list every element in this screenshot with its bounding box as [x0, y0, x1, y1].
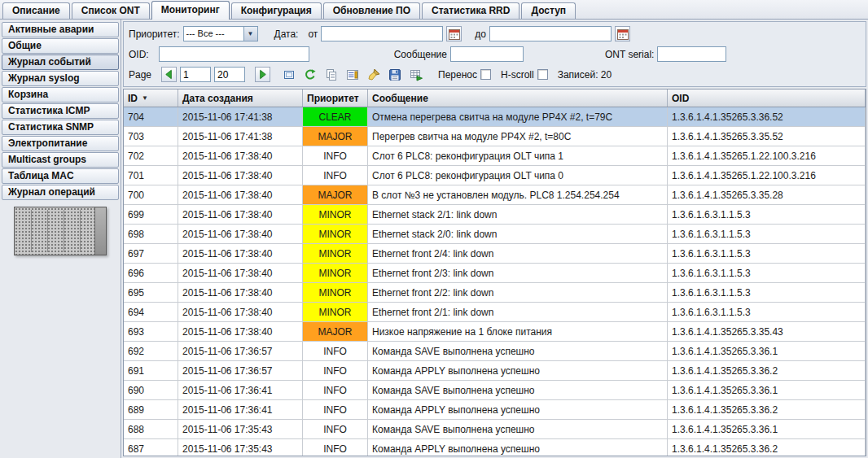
- column-header-oid[interactable]: OID: [668, 89, 866, 107]
- cell-message: Отмена перегрева свитча на модуле PP4X #…: [368, 107, 668, 126]
- cell-id: 694: [124, 303, 178, 321]
- sidebar-item[interactable]: Статистика SNMP: [2, 120, 119, 135]
- next-page-button[interactable]: [255, 67, 270, 82]
- cell-message: Ethernet front 2/2: link down: [368, 283, 668, 302]
- priority-label: Приоритет:: [129, 28, 180, 40]
- column-header-date[interactable]: Дата создания: [178, 89, 303, 107]
- cell-oid: 1.3.6.1.6.3.1.1.5.3: [668, 283, 866, 302]
- tab-label: Конфигурация: [241, 5, 312, 16]
- table-row[interactable]: 693 2015-11-06 17:38:40 MAJOR Низкое нап…: [124, 322, 866, 342]
- column-header-message[interactable]: Сообщение: [368, 89, 668, 107]
- table-row[interactable]: 690 2015-11-06 17:36:41 INFO Команда SAV…: [124, 381, 866, 400]
- date-from-input[interactable]: [321, 26, 443, 41]
- cell-oid: 1.3.6.1.4.1.35265.3.36.1: [668, 342, 866, 360]
- cell-id: 700: [124, 185, 178, 204]
- save-button[interactable]: [386, 67, 404, 83]
- table-row[interactable]: 702 2015-11-06 17:38:40 INFO Слот 6 PLC8…: [124, 146, 866, 166]
- prev-page-button[interactable]: [161, 67, 177, 82]
- events-table: ID ▼ Дата создания Приоритет Сообщение O…: [123, 89, 866, 456]
- cell-oid: 1.3.6.1.4.1.35265.3.35.28: [668, 185, 866, 204]
- arrow-right-icon: [256, 68, 269, 81]
- tab[interactable]: Описание: [2, 2, 70, 19]
- cell-oid: 1.3.6.1.4.1.35265.3.36.2: [668, 400, 866, 419]
- reload-table-button[interactable]: [407, 67, 425, 83]
- cell-oid: 1.3.6.1.6.3.1.1.5.3: [668, 264, 866, 282]
- brush-icon: [367, 68, 380, 81]
- sidebar-item[interactable]: Журнал событий: [2, 55, 119, 70]
- cell-priority: MINOR: [303, 225, 368, 243]
- table-row[interactable]: 695 2015-11-06 17:38:40 MINOR Ethernet f…: [124, 283, 866, 303]
- sidebar-item[interactable]: Журнал операций: [2, 185, 119, 200]
- cell-id: 688: [124, 420, 178, 438]
- refresh-button[interactable]: [301, 67, 319, 83]
- sidebar: Активные аварииОбщиеЖурнал событийЖурнал…: [0, 20, 121, 458]
- tab-label: Доступ: [531, 5, 566, 16]
- date-to-input[interactable]: [489, 26, 612, 41]
- cell-date: 2015-11-06 17:38:40: [178, 166, 303, 185]
- cell-priority: MAJOR: [303, 185, 368, 204]
- sidebar-item[interactable]: Журнал syslog: [2, 71, 119, 86]
- cell-oid: 1.3.6.1.4.1.35265.3.36.2: [668, 439, 866, 456]
- table-row[interactable]: 692 2015-11-06 17:36:57 INFO Команда SAV…: [124, 342, 866, 361]
- cell-message: Команда SAVE выполнена успешно: [368, 420, 668, 438]
- expand-view-button[interactable]: [280, 67, 298, 83]
- table-row[interactable]: 698 2015-11-06 17:38:40 MINOR Ethernet s…: [124, 225, 866, 244]
- table-row[interactable]: 704 2015-11-06 17:41:38 CLEAR Отмена пер…: [124, 107, 866, 127]
- tab[interactable]: Доступ: [521, 2, 576, 19]
- cell-date: 2015-11-06 17:38:40: [178, 185, 303, 204]
- copy-icon: [325, 68, 338, 81]
- tab[interactable]: Статистика RRD: [422, 2, 519, 19]
- cell-id: 693: [124, 322, 178, 341]
- cell-message: Команда APPLY выполнена успешно: [368, 400, 668, 419]
- message-input[interactable]: [450, 46, 524, 62]
- sidebar-item[interactable]: Электропитание: [2, 136, 119, 151]
- table-row[interactable]: 703 2015-11-06 17:41:38 MAJOR Перегрев с…: [124, 127, 866, 146]
- cell-date: 2015-11-06 17:35:43: [178, 439, 303, 456]
- oid-input[interactable]: [159, 46, 309, 62]
- sidebar-item[interactable]: Общие: [2, 38, 119, 54]
- sidebar-item[interactable]: Multicast groups: [2, 152, 119, 168]
- cell-oid: 1.3.6.1.6.3.1.1.5.3: [668, 303, 866, 321]
- wrap-checkbox[interactable]: [480, 69, 491, 80]
- table-row[interactable]: 694 2015-11-06 17:38:40 MINOR Ethernet f…: [124, 303, 866, 322]
- cell-priority: INFO: [303, 420, 368, 438]
- table-row[interactable]: 696 2015-11-06 17:38:40 MINOR Ethernet f…: [124, 264, 866, 283]
- table-row[interactable]: 700 2015-11-06 17:38:40 MAJOR В слот №3 …: [124, 185, 866, 205]
- cell-priority: MAJOR: [303, 322, 368, 341]
- sidebar-item[interactable]: Таблица MAC: [2, 168, 119, 184]
- hscroll-checkbox[interactable]: [537, 69, 548, 80]
- sidebar-item[interactable]: Активные аварии: [2, 22, 119, 37]
- log-settings-button[interactable]: [344, 67, 362, 83]
- cell-message: Команда SAVE выполнена успешно: [368, 381, 668, 399]
- sidebar-item[interactable]: Корзина: [2, 87, 119, 103]
- column-header-id[interactable]: ID ▼: [124, 89, 178, 107]
- list-icon: [346, 68, 359, 81]
- tab[interactable]: Конфигурация: [231, 2, 322, 19]
- date-to-calendar-button[interactable]: [615, 26, 630, 41]
- table-row[interactable]: 688 2015-11-06 17:35:43 INFO Команда SAV…: [124, 420, 866, 439]
- date-from-calendar-button[interactable]: [446, 26, 462, 41]
- sidebar-item[interactable]: Статистика ICMP: [2, 103, 119, 119]
- table-row[interactable]: 689 2015-11-06 17:36:41 INFO Команда APP…: [124, 400, 866, 420]
- clear-log-button[interactable]: [365, 67, 383, 83]
- tab[interactable]: Список ONT: [72, 2, 150, 19]
- priority-select[interactable]: --- Все --- ▼: [183, 26, 258, 41]
- table-row[interactable]: 687 2015-11-06 17:35:43 INFO Команда APP…: [124, 439, 866, 456]
- page-number-input[interactable]: [180, 67, 211, 82]
- page-size-input[interactable]: [214, 67, 245, 82]
- filter-panel: Приоритет: --- Все --- ▼ Дата: от: [123, 21, 866, 87]
- table-row[interactable]: 697 2015-11-06 17:38:40 MINOR Ethernet f…: [124, 244, 866, 264]
- table-row[interactable]: 701 2015-11-06 17:38:40 INFO Слот 6 PLC8…: [124, 166, 866, 185]
- main-panel: Приоритет: --- Все --- ▼ Дата: от: [121, 20, 868, 458]
- table-row[interactable]: 699 2015-11-06 17:38:40 MINOR Ethernet s…: [124, 205, 866, 225]
- table-row[interactable]: 691 2015-11-06 17:36:57 INFO Команда APP…: [124, 361, 866, 381]
- chevron-down-icon[interactable]: ▼: [243, 27, 257, 41]
- copy-button[interactable]: [322, 67, 340, 83]
- ont-serial-input[interactable]: [657, 46, 726, 62]
- cell-message: Ethernet stack 2/0: link down: [368, 225, 668, 243]
- message-label: Сообщение: [394, 49, 447, 60]
- tab[interactable]: Мониторинг: [151, 1, 230, 20]
- column-header-priority[interactable]: Приоритет: [303, 89, 368, 107]
- tab[interactable]: Обновление ПО: [323, 2, 420, 19]
- cell-message: Команда SAVE выполнена успешно: [368, 342, 668, 360]
